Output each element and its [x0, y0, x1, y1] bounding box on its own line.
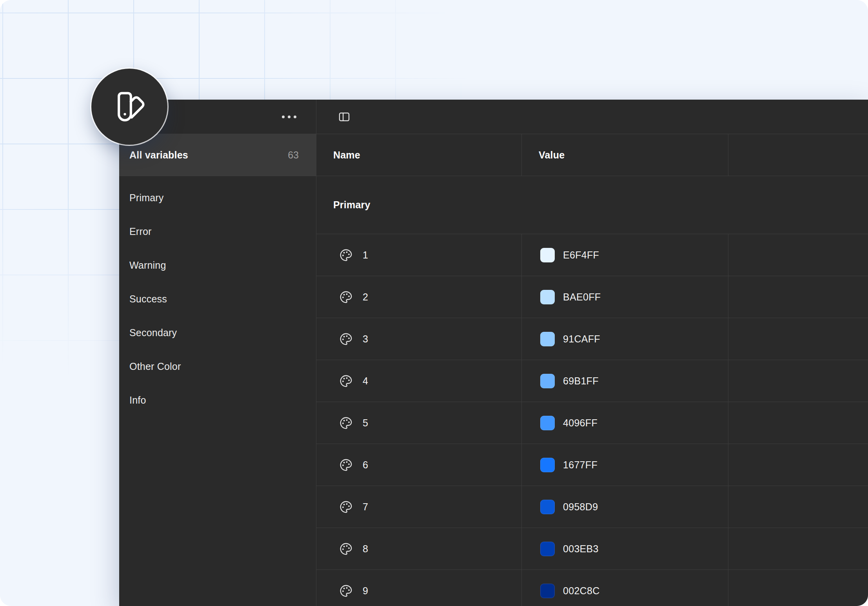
color-swatch[interactable] — [540, 458, 555, 472]
value-cell: E6F4FF — [522, 234, 728, 276]
sidebar: All variables 63 Primary Error Warning S… — [119, 100, 316, 606]
palette-icon — [340, 375, 352, 388]
variable-name: 1 — [363, 249, 368, 261]
sidebar-item-error[interactable]: Error — [119, 215, 316, 248]
value-cell: 91CAFF — [522, 318, 728, 360]
table-row[interactable]: 9 002C8C — [316, 570, 868, 606]
value-cell: 1677FF — [522, 444, 728, 486]
variable-name: 6 — [363, 459, 368, 471]
sidebar-item-label: Error — [129, 226, 152, 237]
color-hex: 1677FF — [563, 459, 597, 471]
value-cell: 003EB3 — [522, 528, 728, 570]
table-row[interactable]: 6 1677FF — [316, 444, 868, 486]
color-swatch[interactable] — [540, 542, 555, 556]
name-cell: 1 — [316, 234, 522, 276]
variable-name: 5 — [363, 417, 368, 429]
screenshot-stage: All variables 63 Primary Error Warning S… — [0, 0, 868, 606]
palette-icon — [340, 584, 352, 597]
color-hex: 91CAFF — [563, 333, 600, 345]
color-hex: 0958D9 — [563, 501, 598, 513]
more-menu-button[interactable] — [278, 111, 300, 122]
sidebar-item-info[interactable]: Info — [119, 383, 316, 417]
name-cell: 3 — [316, 318, 522, 360]
table-body: 1 E6F4FF 2 BAE0FF — [316, 234, 868, 606]
color-hex: 4096FF — [563, 417, 597, 429]
sidebar-item-secondary[interactable]: Secondary — [119, 316, 316, 349]
sidebar-item-all-variables[interactable]: All variables 63 — [119, 134, 316, 176]
color-hex: 002C8C — [563, 585, 600, 597]
table-row[interactable]: 2 BAE0FF — [316, 276, 868, 318]
variable-name: 4 — [363, 375, 368, 387]
palette-icon — [340, 291, 352, 304]
all-variables-label: All variables — [129, 149, 188, 161]
palette-icon — [340, 500, 352, 513]
color-swatch[interactable] — [540, 584, 555, 598]
row-end-cell — [728, 402, 868, 444]
sidebar-item-label: Other Color — [129, 361, 181, 372]
color-swatch[interactable] — [540, 332, 555, 346]
color-swatch[interactable] — [540, 416, 555, 430]
plugin-badge — [91, 69, 167, 145]
sidebar-item-label: Info — [129, 395, 146, 406]
table-row[interactable]: 8 003EB3 — [316, 528, 868, 570]
palette-icon — [340, 542, 352, 555]
variable-name: 9 — [363, 585, 368, 597]
column-header-empty — [728, 134, 868, 176]
color-swatch[interactable] — [540, 248, 555, 262]
variables-panel: All variables 63 Primary Error Warning S… — [119, 100, 868, 606]
table-row[interactable]: 1 E6F4FF — [316, 234, 868, 276]
sidebar-toggle-button[interactable] — [336, 109, 352, 125]
table-header: Name Value — [316, 134, 868, 176]
color-hex: BAE0FF — [563, 291, 601, 303]
row-end-cell — [728, 444, 868, 486]
column-header-name: Name — [316, 134, 522, 176]
ellipsis-icon — [282, 115, 296, 118]
sidebar-item-warning[interactable]: Warning — [119, 248, 316, 282]
color-swatch[interactable] — [540, 500, 555, 514]
sidebar-item-success[interactable]: Success — [119, 282, 316, 316]
name-cell: 7 — [316, 486, 522, 528]
table-row[interactable]: 5 4096FF — [316, 402, 868, 444]
value-cell: 0958D9 — [522, 486, 728, 528]
name-cell: 4 — [316, 360, 522, 402]
sidebar-item-label: Primary — [129, 192, 164, 204]
name-cell: 2 — [316, 276, 522, 318]
sidebar-item-label: Success — [129, 293, 167, 305]
group-header-primary[interactable]: Primary — [316, 176, 868, 234]
value-cell: 002C8C — [522, 570, 728, 606]
value-cell: 69B1FF — [522, 360, 728, 402]
name-cell: 8 — [316, 528, 522, 570]
table-row[interactable]: 3 91CAFF — [316, 318, 868, 360]
sidebar-item-label: Warning — [129, 260, 166, 271]
row-end-cell — [728, 528, 868, 570]
row-end-cell — [728, 234, 868, 276]
name-cell: 6 — [316, 444, 522, 486]
row-end-cell — [728, 486, 868, 528]
color-swatch[interactable] — [540, 374, 555, 388]
color-hex: 69B1FF — [563, 375, 599, 387]
variable-name: 8 — [363, 543, 368, 555]
row-end-cell — [728, 360, 868, 402]
color-hex: E6F4FF — [563, 249, 599, 261]
table-toolbar — [316, 100, 868, 134]
variable-name: 2 — [363, 291, 368, 303]
table-row[interactable]: 7 0958D9 — [316, 486, 868, 528]
sidebar-item-primary[interactable]: Primary — [119, 181, 316, 215]
sidebar-item-other-color[interactable]: Other Color — [119, 349, 316, 383]
color-swatch[interactable] — [540, 290, 555, 304]
sidebar-groups: Primary Error Warning Success Secondary … — [119, 176, 316, 417]
name-cell: 9 — [316, 570, 522, 606]
row-end-cell — [728, 276, 868, 318]
variable-name: 3 — [363, 333, 368, 345]
sidebar-item-label: Secondary — [129, 327, 177, 338]
table-row[interactable]: 4 69B1FF — [316, 360, 868, 402]
color-hex: 003EB3 — [563, 543, 599, 555]
variable-name: 7 — [363, 501, 368, 513]
table-area: Name Value Primary 1 E6F4FF — [316, 100, 868, 606]
value-cell: 4096FF — [522, 402, 728, 444]
name-cell: 5 — [316, 402, 522, 444]
sidebar-toggle-icon — [338, 110, 351, 124]
variables-count: 63 — [288, 149, 299, 161]
row-end-cell — [728, 318, 868, 360]
value-cell: BAE0FF — [522, 276, 728, 318]
